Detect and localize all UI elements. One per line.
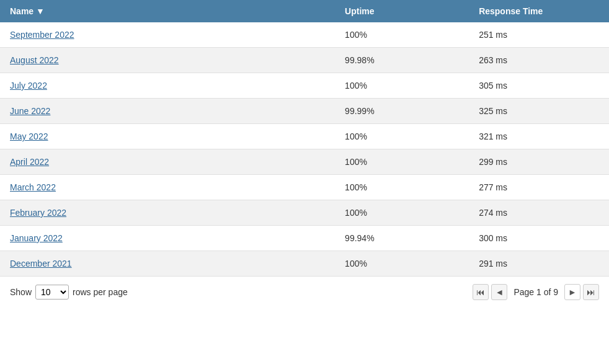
cell-uptime: 100% <box>335 200 469 226</box>
row-link[interactable]: June 2022 <box>10 106 50 116</box>
cell-response-time: 299 ms <box>469 149 609 175</box>
cell-response-time: 277 ms <box>469 175 609 200</box>
table-container: Name ▼ Uptime Response Time September 20… <box>0 0 609 308</box>
cell-name: April 2022 <box>0 149 335 175</box>
table-header-row: Name ▼ Uptime Response Time <box>0 0 609 22</box>
row-link[interactable]: February 2022 <box>10 208 66 218</box>
prev-page-button[interactable]: ◄ <box>491 284 507 300</box>
row-link[interactable]: December 2021 <box>10 259 72 269</box>
table-row: January 202299.94%300 ms <box>0 226 609 251</box>
cell-uptime: 100% <box>335 22 469 48</box>
cell-uptime: 100% <box>335 124 469 149</box>
show-label: Show <box>10 287 32 297</box>
cell-response-time: 251 ms <box>469 22 609 48</box>
row-link[interactable]: July 2022 <box>10 81 47 91</box>
page-info: Page 1 of 9 <box>513 287 558 297</box>
col-header-name[interactable]: Name ▼ <box>0 0 335 22</box>
cell-uptime: 99.98% <box>335 48 469 73</box>
cell-name: February 2022 <box>0 200 335 226</box>
table-footer: Show 102550100 rows per page ⏮ ◄ Page 1 … <box>0 277 609 308</box>
table-row: September 2022100%251 ms <box>0 22 609 48</box>
data-table: Name ▼ Uptime Response Time September 20… <box>0 0 609 277</box>
cell-name: December 2021 <box>0 251 335 277</box>
cell-response-time: 325 ms <box>469 99 609 124</box>
cell-response-time: 321 ms <box>469 124 609 149</box>
table-row: April 2022100%299 ms <box>0 149 609 175</box>
row-link[interactable]: August 2022 <box>10 55 59 65</box>
first-page-button[interactable]: ⏮ <box>473 284 489 300</box>
table-row: August 202299.98%263 ms <box>0 48 609 73</box>
cell-name: July 2022 <box>0 73 335 99</box>
next-page-button[interactable]: ► <box>564 284 580 300</box>
rows-per-page-control: Show 102550100 rows per page <box>10 285 128 300</box>
cell-uptime: 100% <box>335 175 469 200</box>
table-body: September 2022100%251 msAugust 202299.98… <box>0 22 609 277</box>
row-link[interactable]: January 2022 <box>10 233 63 243</box>
pagination-controls: ⏮ ◄ Page 1 of 9 ► ⏭ <box>473 284 599 300</box>
cell-name: June 2022 <box>0 99 335 124</box>
cell-name: May 2022 <box>0 124 335 149</box>
cell-response-time: 274 ms <box>469 200 609 226</box>
table-row: May 2022100%321 ms <box>0 124 609 149</box>
table-row: December 2021100%291 ms <box>0 251 609 277</box>
cell-response-time: 300 ms <box>469 226 609 251</box>
row-link[interactable]: May 2022 <box>10 131 48 141</box>
cell-name: January 2022 <box>0 226 335 251</box>
cell-response-time: 263 ms <box>469 48 609 73</box>
table-row: June 202299.99%325 ms <box>0 99 609 124</box>
rows-per-page-select[interactable]: 102550100 <box>35 285 69 300</box>
cell-name: August 2022 <box>0 48 335 73</box>
cell-response-time: 305 ms <box>469 73 609 99</box>
cell-uptime: 100% <box>335 149 469 175</box>
cell-uptime: 99.94% <box>335 226 469 251</box>
last-page-button[interactable]: ⏭ <box>583 284 599 300</box>
cell-name: March 2022 <box>0 175 335 200</box>
table-row: February 2022100%274 ms <box>0 200 609 226</box>
cell-response-time: 291 ms <box>469 251 609 277</box>
table-row: March 2022100%277 ms <box>0 175 609 200</box>
table-row: July 2022100%305 ms <box>0 73 609 99</box>
col-header-uptime: Uptime <box>335 0 469 22</box>
row-link[interactable]: March 2022 <box>10 182 56 192</box>
cell-uptime: 100% <box>335 251 469 277</box>
cell-uptime: 99.99% <box>335 99 469 124</box>
row-link[interactable]: September 2022 <box>10 30 74 40</box>
col-header-response-time: Response Time <box>469 0 609 22</box>
rows-per-page-label: rows per page <box>73 287 128 297</box>
row-link[interactable]: April 2022 <box>10 157 49 167</box>
cell-uptime: 100% <box>335 73 469 99</box>
cell-name: September 2022 <box>0 22 335 48</box>
